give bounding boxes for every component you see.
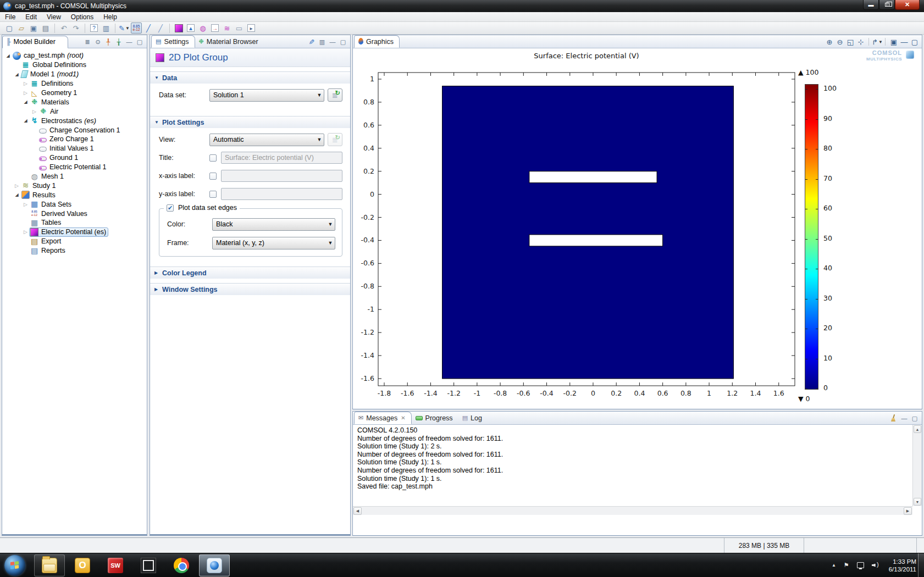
menu-file[interactable]: File [0,13,20,21]
help-icon[interactable]: ? [88,23,99,34]
move-up-icon[interactable]: ╀ [103,37,113,47]
show-desktop-button[interactable] [918,553,924,577]
section-plot-settings[interactable]: ▼ Plot Settings [150,116,350,128]
maximize-panel-icon[interactable]: ▢ [135,37,145,47]
redo-icon[interactable]: ↷ [70,23,81,34]
mesh-plot-icon[interactable]: ◍ [197,23,208,34]
section-data[interactable]: ▼ Data [150,71,350,84]
zoom-extents-icon[interactable]: ⊹ [856,37,866,47]
action-center-flag-icon[interactable]: ⚑ [844,562,849,569]
explorer-app[interactable] [34,554,65,576]
move-down-icon[interactable]: ╁ [114,37,124,47]
comsol-app[interactable] [199,554,230,576]
scroll-up-icon[interactable]: ▲ [914,425,921,433]
tree-item-derived-values[interactable]: Derived Values [3,209,147,218]
surface-plot-icon[interactable]: ▲ [185,23,196,34]
edge-color-select[interactable]: Black ▼ [212,218,335,231]
y-axis-checkbox[interactable] [209,191,217,198]
tab-progress[interactable]: Progress [412,412,458,424]
minimize-panel-icon[interactable]: — [124,37,134,47]
tab-material-browser[interactable]: ❉ Material Browser [195,35,264,48]
scroll-down-icon[interactable]: ▼ [914,498,921,506]
menu-options[interactable]: Options [66,13,98,21]
draw-line-icon[interactable]: ╱ [155,23,166,34]
tray-clock[interactable]: 1:33 PM 6/13/2011 [889,558,916,573]
collapse-icon[interactable]: ◢ [4,53,12,58]
new-file-icon[interactable]: ▢ [4,23,15,34]
close-tab-icon[interactable]: ✕ [401,415,405,421]
x-axis-checkbox[interactable] [209,173,217,180]
tab-settings[interactable]: ▤ Settings [151,35,195,48]
close-button[interactable]: ✕ [895,0,920,10]
menu-help[interactable]: Help [98,13,122,21]
streamline-plot-icon[interactable]: ≋ [222,23,233,34]
undo-icon[interactable]: ↶ [58,23,69,34]
zoom-out-icon[interactable]: ⊖ [835,37,845,47]
model-builder-tab[interactable]: ╟ Model Builder [2,36,68,48]
menu-edit[interactable]: Edit [20,13,42,21]
title-checkbox[interactable] [209,154,217,162]
tab-graphics[interactable]: Graphics [354,35,400,48]
collapse-icon[interactable]: ◢ [22,118,29,123]
tab-log[interactable]: ▤Log [458,412,488,424]
frame-select[interactable]: Material (x, y, z) ▼ [212,237,335,249]
expand-icon[interactable]: ▷ [22,202,29,207]
tab-messages[interactable]: ✉Messages✕ [354,412,412,424]
tree-item-ground-1[interactable]: Ground 1 [3,153,147,163]
scroll-left-icon[interactable]: ◀ [353,507,362,515]
tree-item-reports[interactable]: Reports [3,246,147,256]
print-icon[interactable]: ▤ [40,23,51,34]
tree-item-study-1[interactable]: ▷Study 1 [3,181,147,190]
volume-icon[interactable] [872,562,879,569]
clear-messages-icon[interactable] [889,413,899,423]
plot-edges-checkbox[interactable]: ✔ [167,204,174,212]
arrow-plot-icon[interactable]: → [209,23,220,34]
view-select[interactable]: Automatic ▼ [209,134,324,146]
view-orientation-icon[interactable]: ↱▼ [872,37,882,47]
terminal-app[interactable] [133,554,164,576]
tree-item-electrostatics[interactable]: ◢Electrostatics(es) [3,116,147,125]
chrome-app[interactable] [166,554,197,576]
expand-icon[interactable]: ▷ [31,109,38,114]
minimize-button[interactable]: ▬ [863,0,879,10]
tree-item-air[interactable]: ▷Air [3,107,147,116]
scroll-right-icon[interactable]: ▶ [904,507,912,515]
expand-icon[interactable]: ▷ [22,229,29,235]
image-snapshot-icon[interactable]: ▣ [889,37,899,47]
maximize-panel-icon[interactable]: ▢ [910,37,920,47]
tree-item-charge-conservation-1[interactable]: Charge Conservation 1 [3,125,147,135]
open-file-icon[interactable]: ▱ [16,23,27,34]
collapse-icon[interactable]: ◢ [13,192,20,197]
tree-item-initial-values-1[interactable]: Initial Values 1 [3,144,147,153]
network-icon[interactable] [857,562,864,568]
tree-item-model-1[interactable]: ◢Model 1(mod1) [3,70,147,79]
maximize-panel-icon[interactable]: ▢ [910,413,920,423]
refresh-solution-button[interactable]: ≣ ↻ [328,88,342,102]
dynamic-help-icon[interactable]: ▥ [101,23,112,34]
tree-item-export[interactable]: Export [3,237,147,246]
save-icon[interactable]: ▣ [28,23,39,34]
start-button[interactable] [4,555,25,576]
tree-item-results[interactable]: ◢Results [3,190,147,199]
tree-item-data-sets[interactable]: ▷Data Sets [3,199,147,209]
zoom-in-icon[interactable]: ⊕ [825,37,834,47]
section-window-settings[interactable]: ▶ Window Settings [150,283,350,295]
tree-item-definitions[interactable]: ▷Definitions [3,79,147,88]
messages-vertical-scrollbar[interactable]: ▲ ▼ [912,425,922,506]
collapse-icon[interactable]: ◢ [13,72,20,77]
minimize-panel-icon[interactable]: — [899,413,909,423]
minimize-panel-icon[interactable]: — [899,37,909,47]
material-brush-icon[interactable]: ✎▼ [119,23,130,34]
restore-button[interactable] [879,0,895,10]
tree-item-materials[interactable]: ◢Materials [3,97,147,107]
draw-point-icon[interactable]: ╱ [143,23,154,34]
update-plot-icon[interactable]: ✎ [307,37,317,47]
zoom-box-icon[interactable]: ◱ [845,37,855,47]
graphics-canvas[interactable]: Surface: Electric potential (V) COMSOL M… [353,48,922,409]
expand-icon[interactable]: ▷ [13,183,20,188]
show-options-icon[interactable]: ⊙ [93,37,103,47]
collapse-icon[interactable]: ◢ [22,99,29,104]
permittivity-constant-icon[interactable]: 8.85e-12 [131,23,142,34]
dataset-select[interactable]: Solution 1 ▼ [209,89,324,102]
resize-grip[interactable] [917,538,924,553]
